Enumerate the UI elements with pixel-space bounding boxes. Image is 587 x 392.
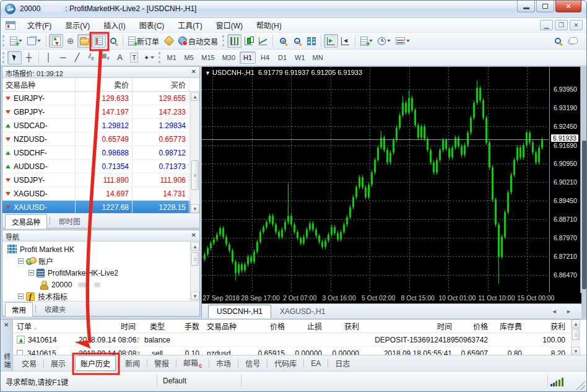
terminal-tab-日志[interactable]: 日志 xyxy=(330,356,355,370)
history-row-3410614[interactable]: 34106142018.09.14 08:06:59balanceDEPOSIT… xyxy=(13,333,570,347)
navigator-scrollbar[interactable]: ▲ ▼ xyxy=(190,242,199,300)
child-restore-button[interactable]: ❐ xyxy=(555,20,568,30)
resize-grip[interactable] xyxy=(576,381,585,390)
fibonacci-button[interactable]: ≣F xyxy=(98,51,113,64)
terminal-tab-新闻[interactable]: 新闻 xyxy=(120,356,145,370)
terminal-tab-账户历史[interactable]: 账户历史 xyxy=(75,355,116,371)
navigator-header[interactable]: 导航✕ xyxy=(2,230,199,242)
terminal-tab-市场[interactable]: 市场 xyxy=(211,356,236,370)
timeframe-H1[interactable]: H1 xyxy=(240,51,256,64)
bar-chart-button[interactable] xyxy=(227,34,241,48)
data-window-button[interactable]: ⊕ xyxy=(63,34,77,48)
column-header-type[interactable]: 类型 xyxy=(139,321,175,331)
status-profile[interactable]: Default xyxy=(163,377,186,385)
symbol-row-GBPJPY[interactable]: GBPJPY-147.197147.233 xyxy=(2,105,199,119)
menu-item-T[interactable]: 工具(T) xyxy=(171,18,209,32)
new-order-button[interactable]: +新订单 xyxy=(126,34,162,48)
workspace-scrollbar[interactable] xyxy=(581,66,587,318)
toolbar-grip[interactable] xyxy=(159,52,162,63)
column-header-symbol[interactable]: 交易品种 xyxy=(203,321,246,331)
chart-shift-button[interactable] xyxy=(338,34,352,48)
trendline-button[interactable]: ╱ xyxy=(70,51,84,64)
column-header-order[interactable]: 订单▵ xyxy=(13,321,75,331)
column-header-price[interactable]: 价格 xyxy=(246,321,289,331)
terminal-scrollbar[interactable]: ▲ ▼ xyxy=(571,320,580,355)
cursor-button[interactable] xyxy=(7,51,22,64)
symbol-row-XAUUSD[interactable]: XAUUSD-1227.681228.15 xyxy=(2,201,199,214)
column-header-price2[interactable]: 价格 xyxy=(456,321,492,331)
terminal-tab-展示[interactable]: 展示 xyxy=(46,356,71,370)
indicators-button[interactable]: + xyxy=(358,34,375,48)
tab-scroll-arrows[interactable]: ◄ ► xyxy=(552,308,575,315)
text-button[interactable]: A xyxy=(113,51,127,64)
collapse-expander-icon[interactable] xyxy=(18,294,24,299)
timeframe-M5[interactable]: M5 xyxy=(181,51,197,64)
column-header-tp[interactable]: 获利 xyxy=(326,321,363,331)
close-icon[interactable]: ✕ xyxy=(191,232,196,239)
terminal-tab-信号[interactable]: 信号 xyxy=(240,356,265,370)
toolbar-grip[interactable] xyxy=(222,35,225,46)
zoom-out-button[interactable]: − xyxy=(290,34,304,48)
horizontal-line-button[interactable]: ─ xyxy=(56,51,70,64)
symbol-row-NZDUSD[interactable]: NZDUSD-0.657490.65773 xyxy=(2,133,199,146)
symbol-row-AUDUSD[interactable]: AUDUSD-0.713540.71373 xyxy=(2,160,199,173)
price-axis[interactable]: 6.939506.931906.924506.916906.909506.902… xyxy=(549,67,581,292)
column-header-sl[interactable]: 止损 xyxy=(289,321,326,331)
table-header[interactable]: 订单▵时间类型手数交易品种价格止损获利时间价格库存费获利 xyxy=(13,320,570,333)
crosshair-button[interactable]: ┼ xyxy=(22,51,36,64)
column-header-profit[interactable]: 获利 xyxy=(526,321,569,331)
line-chart-button[interactable] xyxy=(256,34,270,48)
tab-交易品种[interactable]: 交易品种 xyxy=(5,214,47,229)
scroll-up-icon[interactable]: ▲ xyxy=(191,242,199,251)
timeframe-M1[interactable]: M1 xyxy=(163,51,180,64)
close-icon[interactable]: ✕ xyxy=(191,68,196,76)
toolbar-grip[interactable] xyxy=(2,35,6,46)
terminal-tab-交易[interactable]: 交易 xyxy=(17,356,41,370)
symbol-row-USDCAD[interactable]: USDCAD-1.298121.29834 xyxy=(2,119,199,133)
chart-plot-area[interactable]: ▼USDCNH-,H1 6.91779 6.91937 6.91205 6.91… xyxy=(202,67,549,292)
scroll-up-icon[interactable]: ▲ xyxy=(191,92,199,101)
tree-item-server[interactable]: ProfitMarketHK-Live2 xyxy=(4,267,198,279)
text-label-button[interactable]: T xyxy=(127,51,141,64)
periods-button[interactable] xyxy=(375,34,393,48)
market-watch-column-headers[interactable]: 交易品种 卖价 买价 xyxy=(2,78,199,92)
search-button[interactable] xyxy=(550,34,565,48)
toolbar-grip[interactable] xyxy=(2,52,6,63)
timeframe-H4[interactable]: H4 xyxy=(257,51,273,64)
chart-tab-XAGUSDH1[interactable]: XAGUSD-,H1 xyxy=(271,305,334,318)
auto-scroll-button[interactable] xyxy=(324,34,338,48)
tab-常用[interactable]: 常用 xyxy=(5,302,33,316)
timeframe-W1[interactable]: W1 xyxy=(292,51,308,64)
candlestick-button[interactable] xyxy=(241,34,256,48)
terminal-tab-代码库[interactable]: 代码库 xyxy=(269,356,302,370)
profiles-button[interactable] xyxy=(25,34,43,48)
tree-item-platform[interactable]: Profit Market HK xyxy=(4,243,198,255)
tree-item-accounts[interactable]: 账户 xyxy=(4,255,198,267)
tab-收藏夹[interactable]: 收藏夹 xyxy=(38,302,73,316)
autotrading-button[interactable]: 自动交易 xyxy=(176,34,220,48)
collapse-expander-icon[interactable] xyxy=(28,270,34,276)
terminal-tab-警报[interactable]: 警报 xyxy=(149,356,174,370)
new-chart-button[interactable]: + xyxy=(7,34,25,48)
child-close-button[interactable]: ✕ xyxy=(570,20,583,30)
close-button[interactable]: ✕ xyxy=(555,1,581,12)
market-watch-button[interactable] xyxy=(49,34,63,48)
terminal-button[interactable] xyxy=(92,34,106,48)
channel-button[interactable]: ⫽E xyxy=(84,51,98,64)
vertical-line-button[interactable]: │ xyxy=(41,51,56,64)
minimize-button[interactable] xyxy=(517,1,535,12)
timeframe-MN[interactable]: MN xyxy=(310,51,326,64)
child-minimize-button[interactable]: ▁ xyxy=(540,20,553,30)
symbol-row-EURJPY[interactable]: EURJPY-129.633129.655 xyxy=(2,92,199,105)
terminal-tab-EA[interactable]: EA xyxy=(306,357,326,370)
timeframe-M15[interactable]: M15 xyxy=(198,51,217,64)
symbol-row-XAGUSD[interactable]: XAGUSD-14.69714.731 xyxy=(2,187,199,201)
strategy-tester-button[interactable] xyxy=(106,34,120,48)
market-watch-header[interactable]: 市场报价: 01:39:12✕ xyxy=(2,67,199,78)
chart-tab-USDCNHH1[interactable]: USDCNH-,H1 xyxy=(208,305,271,318)
time-axis[interactable]: 27 Sep 201828 Sep 17:002 Oct 07:003 Oct … xyxy=(202,293,581,303)
terminal-tab-邮箱[interactable]: 邮箱6 xyxy=(178,355,207,371)
timeframe-D1[interactable]: D1 xyxy=(274,51,290,64)
collapse-expander-icon[interactable] xyxy=(18,258,24,264)
menu-item-F[interactable]: 文件(F) xyxy=(20,18,58,32)
